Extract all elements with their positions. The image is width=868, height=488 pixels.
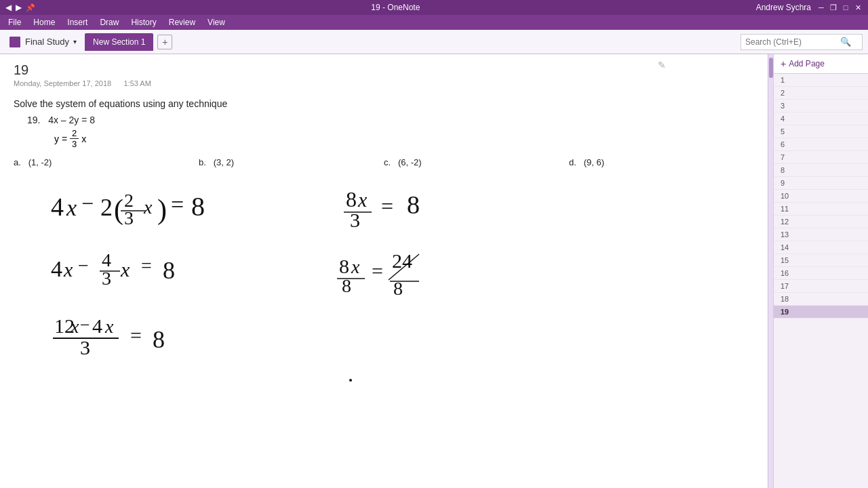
handwritten-math-svg: 4 x − 2 ( 2 3 x ) = 8 8 x (14, 178, 502, 402)
svg-text:=: = (130, 324, 142, 346)
page-list-item-3[interactable]: 3 (774, 100, 868, 113)
page-list-item-6[interactable]: 6 (774, 138, 868, 151)
page-list-item-13[interactable]: 13 (774, 228, 868, 241)
svg-text:x: x (66, 195, 77, 220)
svg-text:8: 8 (393, 278, 403, 299)
section-tab[interactable]: New Section 1 (85, 33, 153, 51)
notebook-dropdown-icon: ▾ (73, 38, 77, 45)
forward-icon[interactable]: ▶ (16, 3, 22, 12)
svg-text:=: = (372, 260, 383, 282)
page-list-item-8[interactable]: 8 (774, 164, 868, 177)
main-layout: ✎ 19 Monday, September 17, 2018 1:53 AM … (0, 54, 868, 488)
svg-text:3: 3 (80, 336, 90, 359)
svg-text:4: 4 (51, 256, 62, 281)
svg-text:3: 3 (350, 209, 360, 231)
page-date-text: Monday, September 17, 2018 (14, 79, 111, 87)
section-tab-label: New Section 1 (93, 37, 145, 47)
close-button[interactable]: ✕ (853, 3, 863, 12)
svg-text:=: = (171, 192, 184, 217)
svg-text:x: x (120, 258, 130, 281)
page-list-item-9[interactable]: 9 (774, 177, 868, 190)
back-icon[interactable]: ◀ (5, 3, 12, 12)
content-area[interactable]: ✎ 19 Monday, September 17, 2018 1:53 AM … (0, 54, 768, 488)
svg-text:(: ( (114, 194, 123, 226)
page-list-item-17[interactable]: 17 (774, 280, 868, 293)
answer-b-label: b. (199, 157, 211, 167)
page-list-item-11[interactable]: 11 (774, 203, 868, 216)
page-list-item-10[interactable]: 10 (774, 190, 868, 203)
page-list-item-4[interactable]: 4 (774, 113, 868, 125)
svg-text:−: − (81, 191, 94, 216)
page-list-item-18[interactable]: 18 (774, 293, 868, 306)
svg-text:=: = (381, 194, 393, 218)
svg-text:4: 4 (51, 192, 64, 221)
svg-text:8: 8 (407, 190, 420, 219)
scrollbar-thumb[interactable] (769, 58, 773, 78)
answer-c: c. (6, -2) (384, 157, 569, 167)
notebook-icon (9, 37, 20, 47)
menu-file[interactable]: File (3, 16, 26, 28)
svg-text:8: 8 (342, 275, 351, 296)
answer-row: a. (1, -2) b. (3, 2) c. (6, -2) d. (9, 6… (14, 157, 754, 167)
page-list-item-15[interactable]: 15 (774, 254, 868, 267)
page-list-item-7[interactable]: 7 (774, 151, 868, 164)
page-list-item-5[interactable]: 5 (774, 125, 868, 138)
add-page-label: Add Page (789, 59, 825, 68)
fraction-numerator: 2 (70, 128, 79, 139)
svg-text:x: x (63, 258, 73, 281)
vertical-scrollbar[interactable] (768, 54, 773, 488)
notebook-name: Final Study (25, 37, 69, 47)
pin-icon[interactable]: 📌 (26, 3, 35, 12)
svg-text:x: x (104, 316, 114, 337)
edit-icon[interactable]: ✎ (658, 60, 666, 70)
svg-text:2: 2 (100, 194, 113, 221)
add-page-button[interactable]: + Add Page (774, 54, 868, 74)
menu-draw[interactable]: Draw (94, 16, 124, 28)
page-sidebar: + Add Page 1 2 3 4 5 6 7 8 9 10 11 12 13… (773, 54, 868, 488)
search-icon[interactable]: 🔍 (840, 37, 851, 47)
search-box: 🔍 (741, 34, 863, 50)
answer-d: d. (9, 6) (569, 157, 754, 167)
page-list-item-2[interactable]: 2 (774, 87, 868, 100)
page-list-item-14[interactable]: 14 (774, 241, 868, 254)
answer-a: a. (1, -2) (14, 157, 199, 167)
page-list-item-12[interactable]: 12 (774, 216, 868, 228)
page-list-item-1[interactable]: 1 (774, 74, 868, 87)
problem-number: 19. (27, 115, 40, 125)
svg-text:=: = (141, 255, 152, 276)
problem-title: Solve the system of equations using any … (14, 98, 754, 109)
page-date: Monday, September 17, 2018 1:53 AM (14, 79, 754, 87)
window-title: 19 - OneNote (35, 3, 756, 12)
svg-text:8: 8 (346, 187, 357, 211)
restore-button[interactable]: ❐ (829, 3, 838, 12)
search-input[interactable] (745, 37, 840, 47)
svg-text:3: 3 (124, 207, 134, 228)
page-list-item-16[interactable]: 16 (774, 267, 868, 280)
svg-point-45 (349, 379, 352, 382)
math-work-area: 4 x − 2 ( 2 3 x ) = 8 8 x (14, 178, 754, 405)
answer-c-label: c. (384, 157, 395, 167)
problem-number-line: 19. 4x – 2y = 8 (27, 115, 754, 125)
answer-a-value: (1, -2) (28, 157, 52, 167)
menu-history[interactable]: History (125, 16, 161, 28)
maximize-button[interactable]: □ (841, 3, 850, 12)
fraction-2-3: 2 3 (70, 128, 79, 149)
answer-a-label: a. (14, 157, 26, 167)
minimize-button[interactable]: ─ (816, 3, 826, 12)
menu-insert[interactable]: Insert (62, 16, 93, 28)
page-list-item-19[interactable]: 19 (774, 306, 868, 319)
svg-text:x: x (143, 197, 153, 218)
menu-view[interactable]: View (202, 16, 231, 28)
equation1: 4x – 2y = 8 (48, 115, 95, 125)
title-bar: ◀ ▶ 📌 19 - OneNote Andrew Sychra ─ ❐ □ ✕ (0, 0, 868, 15)
svg-text:x: x (357, 188, 368, 211)
answer-b: b. (3, 2) (199, 157, 384, 167)
add-page-icon: + (781, 58, 786, 69)
menu-review[interactable]: Review (163, 16, 201, 28)
answer-d-value: (9, 6) (584, 157, 604, 167)
svg-text:8: 8 (339, 255, 349, 277)
notebook-button[interactable]: Final Study ▾ (5, 35, 81, 49)
add-section-button[interactable]: + (157, 35, 172, 49)
ribbon: Final Study ▾ New Section 1 + 🔍 (0, 30, 868, 54)
menu-home[interactable]: Home (28, 16, 60, 28)
